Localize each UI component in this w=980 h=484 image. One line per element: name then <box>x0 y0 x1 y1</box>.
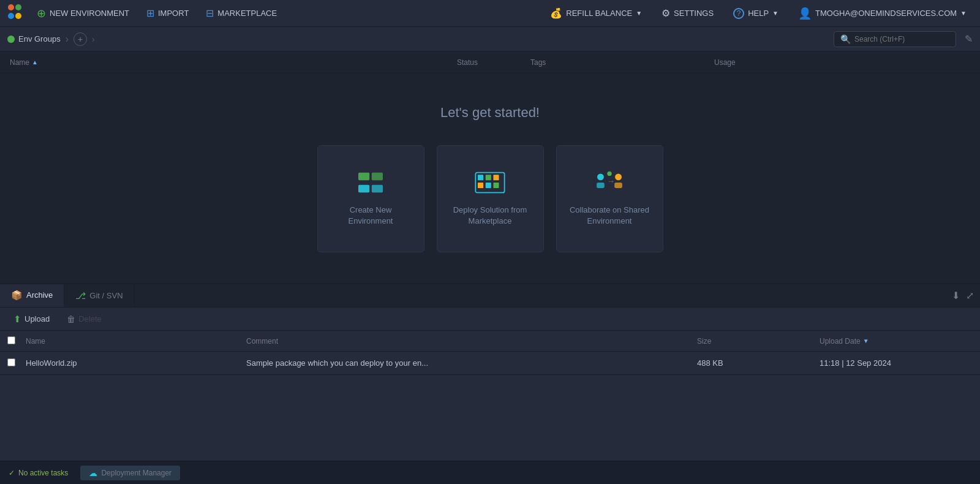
panel-download-icon[interactable]: ⬇ <box>952 290 960 301</box>
help-dropdown-icon: ▼ <box>772 10 778 17</box>
user-icon: 👤 <box>798 7 812 20</box>
svg-point-3 <box>15 13 21 19</box>
archive-table: Name Comment Size Upload Date ▼ <box>0 331 980 461</box>
deployment-manager-status[interactable]: ☁ Deployment Manager <box>80 466 180 480</box>
panel-expand-icon[interactable]: ⤢ <box>966 290 974 301</box>
env-groups-breadcrumb[interactable]: Env Groups <box>7 34 61 43</box>
breadcrumb-label: Env Groups <box>18 34 61 43</box>
help-label: HELP <box>748 9 769 18</box>
svg-point-1 <box>15 4 21 10</box>
status-column-header[interactable]: Status <box>457 58 478 67</box>
svg-rect-9 <box>478 175 483 180</box>
env-table-header: Name ▲ Status Tags Usage <box>0 51 980 74</box>
collaborate-card[interactable]: → Collaborate on Shared Environment <box>556 145 663 252</box>
marketplace-button[interactable]: ⊟ MARKETPLACE <box>197 4 285 23</box>
new-env-icon: ⊕ <box>37 7 46 20</box>
select-all-checkbox[interactable] <box>7 336 15 344</box>
svg-rect-19 <box>614 183 622 188</box>
help-button[interactable]: ? HELP ▼ <box>725 4 787 23</box>
svg-rect-12 <box>478 183 483 188</box>
new-environment-button[interactable]: ⊕ NEW ENVIRONMENT <box>28 3 138 24</box>
refill-icon: 💰 <box>550 7 562 19</box>
env-group-dot-icon <box>7 36 15 43</box>
archive-tab-icon: 📦 <box>11 290 23 301</box>
refill-label: REFILL BALANCE <box>566 9 632 18</box>
archive-toolbar: ⬆ Upload 🗑 Delete <box>0 308 980 331</box>
svg-point-0 <box>8 4 14 10</box>
svg-rect-5 <box>372 172 383 180</box>
create-new-env-label: Create New Environment <box>328 205 414 227</box>
search-input[interactable] <box>854 35 949 43</box>
name-column-header[interactable]: Name <box>10 58 29 67</box>
import-label: IMPORT <box>158 9 189 18</box>
upload-label: Upload <box>24 314 50 323</box>
new-environment-card-icon <box>353 170 388 195</box>
upload-icon: ⬆ <box>13 314 21 325</box>
name-sort-icon: ▲ <box>32 59 38 66</box>
svg-rect-14 <box>493 183 499 188</box>
check-icon: ✓ <box>9 469 15 477</box>
row-filename: HelloWorld.zip <box>26 358 77 368</box>
svg-rect-11 <box>493 175 499 180</box>
delete-button[interactable]: 🗑 Delete <box>61 312 108 327</box>
archive-tab[interactable]: 📦 Archive <box>0 284 64 307</box>
row-checkbox[interactable] <box>7 358 15 366</box>
row-upload-date: 11:18 | 12 Sep 2024 <box>820 358 891 368</box>
breadcrumb-forward-icon: › <box>92 34 95 44</box>
add-env-group-button[interactable]: + <box>74 32 87 46</box>
search-bar[interactable]: 🔍 <box>834 31 956 47</box>
archive-size-column-header[interactable]: Size <box>697 337 711 346</box>
app-logo[interactable] <box>5 2 24 24</box>
refill-dropdown-icon: ▼ <box>636 10 642 17</box>
archive-name-column-header[interactable]: Name <box>26 337 45 346</box>
bottom-tabs: 📦 Archive ⎇ Git / SVN ⬇ ⤢ <box>0 284 980 308</box>
svg-rect-6 <box>358 184 369 192</box>
archive-date-column-header[interactable]: Upload Date <box>820 337 861 346</box>
welcome-title: Let's get started! <box>440 105 540 121</box>
usage-column-header[interactable]: Usage <box>714 58 736 67</box>
collaborate-label: Collaborate on Shared Environment <box>567 205 653 227</box>
deployment-manager-label: Deployment Manager <box>101 469 172 477</box>
user-label: TMOGHA@ONEMINDSERVICES.COM <box>815 9 957 18</box>
status-bar: ✓ No active tasks ☁ Deployment Manager <box>0 461 980 484</box>
bottom-panel: 📦 Archive ⎇ Git / SVN ⬇ ⤢ ⬆ Upload 🗑 Del… <box>0 283 980 461</box>
import-button[interactable]: ⊞ IMPORT <box>138 4 197 23</box>
svg-rect-7 <box>372 184 383 192</box>
breadcrumb-separator: › <box>66 34 69 45</box>
delete-icon: 🗑 <box>67 314 75 324</box>
svg-point-18 <box>615 173 622 180</box>
archive-comment-column-header[interactable]: Comment <box>246 337 278 346</box>
settings-button[interactable]: ⚙ SETTINGS <box>653 4 722 23</box>
date-sort-icon: ▼ <box>863 338 869 344</box>
settings-label: SETTINGS <box>674 9 714 18</box>
git-svn-tab[interactable]: ⎇ Git / SVN <box>64 284 134 307</box>
settings-icon: ⚙ <box>662 7 670 19</box>
marketplace-icon: ⊟ <box>206 7 214 19</box>
svg-rect-16 <box>597 183 605 188</box>
no-active-tasks-label: No active tasks <box>18 469 68 477</box>
edit-icon[interactable]: ✎ <box>965 33 973 45</box>
row-comment: Sample package which you can deploy to y… <box>246 358 428 368</box>
new-environment-label: NEW ENVIRONMENT <box>50 9 129 18</box>
delete-label: Delete <box>78 314 102 323</box>
git-svn-tab-icon: ⎇ <box>75 290 86 301</box>
svg-rect-4 <box>358 172 369 180</box>
archive-tab-label: Archive <box>26 290 53 300</box>
svg-rect-13 <box>486 183 491 188</box>
help-icon: ? <box>733 8 744 19</box>
svg-text:→: → <box>607 176 615 186</box>
marketplace-card-icon <box>473 170 507 195</box>
deploy-marketplace-label: Deploy Solution from Marketplace <box>447 205 533 227</box>
import-icon: ⊞ <box>146 7 154 19</box>
user-menu-button[interactable]: 👤 TMOGHA@ONEMINDSERVICES.COM ▼ <box>790 3 975 24</box>
svg-point-20 <box>607 172 611 176</box>
upload-button[interactable]: ⬆ Upload <box>7 311 56 327</box>
tags-column-header[interactable]: Tags <box>530 58 546 67</box>
svg-point-15 <box>597 173 604 180</box>
table-row: HelloWorld.zip Sample package which you … <box>0 352 980 375</box>
deploy-marketplace-card[interactable]: Deploy Solution from Marketplace <box>437 145 544 252</box>
create-new-environment-card[interactable]: Create New Environment <box>317 145 424 252</box>
svg-point-2 <box>8 13 14 19</box>
marketplace-label: MARKETPLACE <box>217 9 277 18</box>
refill-balance-button[interactable]: 💰 REFILL BALANCE ▼ <box>541 4 650 23</box>
